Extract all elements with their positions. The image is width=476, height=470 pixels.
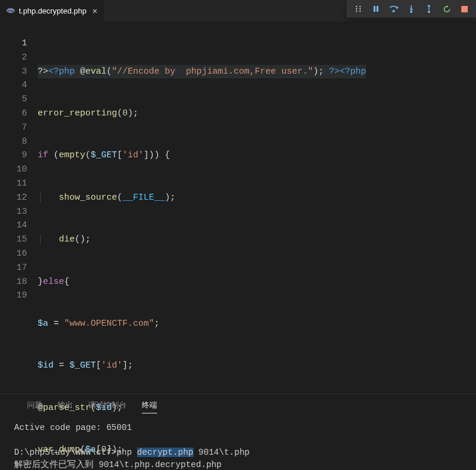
code-line: }else{ — [38, 275, 366, 289]
svg-rect-8 — [374, 6, 375, 12]
code-line: $a = "www.OPENCTF.com"; — [38, 317, 366, 331]
code-area[interactable]: ?><?php @eval("//Encode by phpjiami.com,… — [38, 34, 366, 393]
svg-marker-16 — [427, 5, 431, 6]
svg-point-2 — [356, 6, 357, 7]
svg-point-3 — [360, 6, 361, 7]
svg-point-6 — [356, 11, 357, 12]
tab-close-icon[interactable]: ✕ — [92, 6, 97, 16]
stop-icon[interactable] — [456, 1, 472, 17]
code-line: if (empty($_GET['id'])) { — [38, 148, 366, 163]
code-line: var_dump($a[0]); — [38, 443, 366, 457]
code-line: │ die(); — [38, 233, 366, 247]
breadcrumb-bar — [0, 21, 476, 34]
svg-point-11 — [392, 10, 395, 12]
code-line: error_reporting(0); — [38, 107, 366, 121]
svg-point-5 — [360, 8, 361, 9]
code-line: $id = $_GET['id']; — [38, 359, 366, 373]
debug-toolbar — [347, 0, 476, 18]
step-over-icon[interactable] — [385, 1, 402, 17]
svg-point-17 — [428, 11, 430, 13]
drag-grip-icon[interactable] — [350, 1, 367, 17]
tab-filename: t.php.decrypted.php — [19, 6, 86, 15]
svg-marker-13 — [410, 9, 413, 11]
pause-icon[interactable] — [368, 1, 384, 17]
svg-text:php: php — [8, 9, 14, 12]
code-line: │ show_source(__FILE__); — [38, 191, 366, 205]
step-out-icon[interactable] — [421, 1, 437, 17]
code-line: @parse_str($id); — [38, 401, 366, 415]
code-editor[interactable]: 1 234 567 8910 111213 141516 171819 ?><?… — [0, 34, 476, 393]
svg-point-14 — [410, 11, 412, 13]
editor-tab[interactable]: php t.php.decrypted.php ✕ — [0, 0, 104, 21]
svg-rect-9 — [377, 6, 378, 12]
svg-point-7 — [360, 11, 361, 12]
restart-icon[interactable] — [438, 1, 455, 17]
step-into-icon[interactable] — [403, 1, 420, 17]
svg-rect-19 — [461, 6, 468, 12]
svg-marker-18 — [447, 5, 448, 8]
php-file-icon: php — [6, 6, 15, 15]
line-number-gutter: 1 234 567 8910 111213 141516 171819 — [0, 34, 38, 393]
code-line: ?><?php @eval("//Encode by phpjiami.com,… — [38, 65, 366, 79]
svg-marker-10 — [397, 6, 398, 9]
svg-point-4 — [356, 8, 357, 9]
